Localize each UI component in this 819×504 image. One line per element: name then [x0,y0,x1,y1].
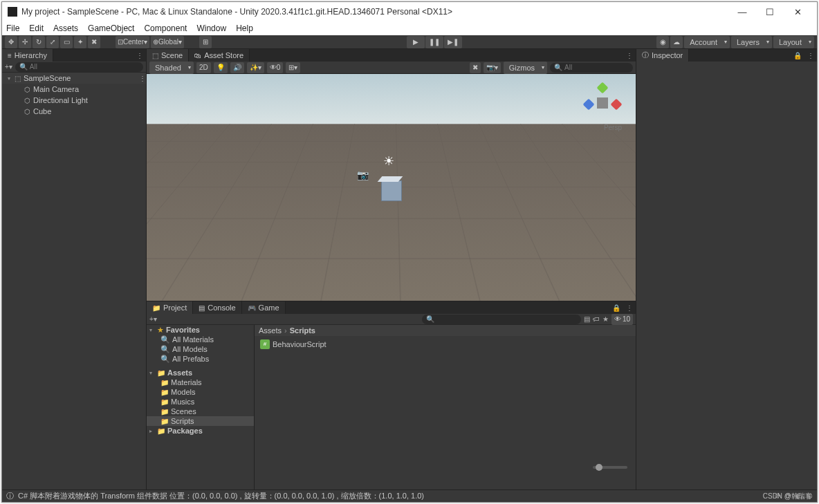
menu-file[interactable]: File [6,24,19,33]
transform-tool-button[interactable]: ✦ [74,36,86,48]
assets-row[interactable]: ▾📁Assets [147,368,254,377]
play-button[interactable]: ▶ [407,36,425,48]
window-title: My project - SampleScene - PC, Mac & Lin… [21,7,452,17]
hierarchy-options-icon[interactable]: ⋮ [134,52,146,59]
csharp-script-icon: # [260,339,270,349]
project-options-icon[interactable]: ⋮ [623,304,636,312]
folder-musics[interactable]: 📁Musics [147,397,254,407]
menubar: File Edit Assets GameObject Component Wi… [2,21,817,35]
menu-assets[interactable]: Assets [53,24,78,33]
tab-asset-store[interactable]: 🛍Asset Store [189,49,250,62]
fav-all-models[interactable]: 🔍All Models [147,344,254,354]
hierarchy-create-button[interactable]: +▾ [5,63,12,71]
tab-scene[interactable]: ⬚Scene [147,49,189,62]
menu-window[interactable]: Window [196,24,226,33]
tab-console[interactable]: ▤Console [193,301,241,314]
tools-icon[interactable]: ✖ [470,62,481,73]
tab-project[interactable]: 📁Project [147,301,193,314]
scale-tool-button[interactable]: ⤢ [46,36,59,48]
hierarchy-item-directional-light[interactable]: ⬡Directional Light [2,95,146,106]
project-create-button[interactable]: +▾ [149,315,157,323]
pause-button[interactable]: ❚❚ [425,36,443,48]
folder-scenes[interactable]: 📁Scenes [147,407,254,416]
asset-behaviour-script[interactable]: # BehaviourScript [260,339,326,349]
watermark: CSDN @韩瑞客 [763,492,812,501]
status-bar: ⓘ C# 脚本附着游戏物体的 Transform 组件数据 位置：(0.0, 0… [2,489,817,502]
account-dropdown[interactable]: Account [684,36,730,48]
filter-type-icon[interactable]: ▤ [584,315,590,323]
folder-materials[interactable]: 📁Materials [147,377,254,387]
scene-object-cube[interactable] [381,180,402,201]
camera-settings-icon[interactable]: 📷▾ [484,62,501,73]
inspector-lock-icon[interactable]: 🔒 [791,52,804,59]
hidden-toggle[interactable]: 👁0 [267,62,284,73]
scene-search[interactable]: 🔍 All [550,63,633,73]
cloud-button[interactable]: ☁ [670,36,683,48]
pivot-center-button[interactable]: ⊡ Center ▾ [116,36,149,48]
scene-options-icon[interactable]: ⋮ [623,52,636,59]
maximize-button[interactable]: ☐ [756,3,784,20]
app-icon [8,7,17,17]
layers-dropdown[interactable]: Layers [731,36,772,48]
draw-mode-dropdown[interactable]: Shaded [149,62,194,74]
fav-all-materials[interactable]: 🔍All Materials [147,335,254,344]
breadcrumb: Assets › Scripts [255,325,636,336]
menu-gameobject[interactable]: GameObject [88,24,134,33]
folder-scripts[interactable]: 📁Scripts [147,416,254,426]
hierarchy-item-main-camera[interactable]: ⬡Main Camera [2,84,146,95]
tab-hierarchy[interactable]: ≡Hierarchy [2,49,53,62]
snap-button[interactable]: ⊞ [199,36,212,48]
2d-toggle[interactable]: 2D [196,62,211,73]
menu-component[interactable]: Component [144,24,187,33]
light-gizmo-icon[interactable]: ☀ [383,153,394,169]
fav-all-prefabs[interactable]: 🔍All Prefabs [147,354,254,364]
fx-toggle[interactable]: ✨▾ [247,62,264,73]
hierarchy-scene-row[interactable]: ▾⬚SampleScene ⋮ [2,73,146,84]
inspector-options-icon[interactable]: ⋮ [804,52,817,59]
rect-tool-button[interactable]: ▭ [60,36,73,48]
move-tool-button[interactable]: ✢ [19,36,31,48]
gizmos-dropdown[interactable]: Gizmos [504,62,547,74]
grid-toggle[interactable]: ⊞▾ [286,62,300,73]
project-search[interactable]: 🔍 [422,315,581,324]
packages-row[interactable]: ▸📁Packages [147,426,254,436]
favorite-filter-icon[interactable]: ★ [602,315,609,323]
custom-tool-button[interactable]: ✖ [88,36,100,48]
main-toolbar: ✥ ✢ ↻ ⤢ ▭ ✦ ✖ ⊡ Center ▾ ⊕ Global ▾ ⊞ ▶ … [2,35,817,49]
breadcrumb-assets[interactable]: Assets [259,326,282,335]
orientation-gizmo[interactable] [582,82,623,124]
close-button[interactable]: ✕ [784,3,811,20]
projection-label[interactable]: Persp [604,124,622,131]
scene-view[interactable]: ☀ 📷 Persp [147,74,636,301]
project-lock-icon[interactable]: 🔒 [609,304,623,312]
folder-models[interactable]: 📁Models [147,387,254,397]
tab-game[interactable]: 🎮Game [242,301,286,314]
pivot-global-button[interactable]: ⊕ Global ▾ [151,36,184,48]
menu-edit[interactable]: Edit [29,24,44,33]
lighting-toggle[interactable]: 💡 [214,62,228,73]
tab-inspector[interactable]: ⓘInspector [636,49,689,62]
layout-dropdown[interactable]: Layout [773,36,814,48]
hand-tool-button[interactable]: ✥ [5,36,17,48]
collab-button[interactable]: ◉ [656,36,669,48]
hierarchy-search[interactable]: 🔍 All [15,62,143,72]
status-message: C# 脚本附着游戏物体的 Transform 组件数据 位置：(0.0, 0.0… [18,491,424,501]
rotate-tool-button[interactable]: ↻ [33,36,45,48]
hidden-count[interactable]: 👁10 [611,314,633,325]
info-icon: ⓘ [6,491,14,501]
camera-gizmo-icon[interactable]: 📷 [357,169,369,180]
favorites-row[interactable]: ▾★Favorites [147,325,254,335]
minimize-button[interactable]: — [728,3,756,20]
thumbnail-size-slider[interactable] [593,466,627,469]
filter-label-icon[interactable]: 🏷 [593,315,600,323]
menu-help[interactable]: Help [236,24,253,33]
audio-toggle[interactable]: 🔊 [230,62,244,73]
breadcrumb-scripts[interactable]: Scripts [290,326,315,335]
hierarchy-item-cube[interactable]: ⬡Cube [2,106,146,117]
titlebar: My project - SampleScene - PC, Mac & Lin… [2,2,817,21]
step-button[interactable]: ▶❚ [444,36,462,48]
